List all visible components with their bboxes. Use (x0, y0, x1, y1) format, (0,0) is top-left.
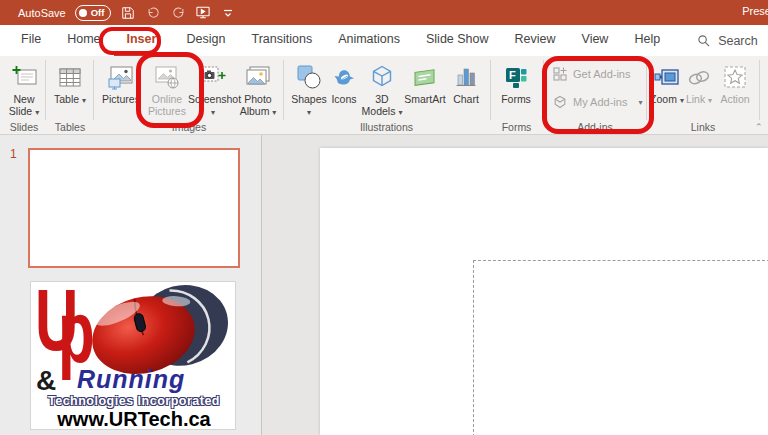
ribbon-group-label-forms: Forms (491, 121, 542, 133)
get-addins-icon (552, 66, 568, 82)
action-button[interactable]: Action (714, 58, 756, 120)
action-icon (722, 60, 748, 90)
document-title: Prese (742, 5, 768, 17)
icons-label: Icons (331, 93, 356, 105)
tab-view[interactable]: View (569, 25, 622, 56)
forms-label: Forms (501, 93, 531, 105)
get-addins-label: Get Add-ins (573, 68, 630, 80)
group-divider (490, 60, 491, 120)
photo-album-label: Photo Album (240, 93, 272, 117)
forms-icon: F (504, 60, 528, 90)
chart-label: Chart (453, 93, 479, 105)
svg-text:F: F (509, 69, 516, 81)
tab-insert[interactable]: Insert (114, 25, 174, 56)
tab-file[interactable]: File (8, 25, 54, 56)
my-addins-button[interactable]: My Add-ins ▾ (552, 92, 644, 112)
photo-album-button[interactable]: Photo Album ▾ (234, 58, 282, 120)
autosave-toggle[interactable]: Off (75, 5, 112, 21)
my-addins-label: My Add-ins (573, 96, 627, 108)
pictures-label: Pictures (102, 93, 140, 105)
tab-animations[interactable]: Animations (325, 25, 413, 56)
tab-design[interactable]: Design (174, 25, 239, 56)
ribbon-group-label-addins: Add-ins (545, 121, 645, 133)
tab-slide-show[interactable]: Slide Show (413, 25, 502, 56)
online-pictures-label: Online Pictures (148, 93, 186, 117)
screenshot-icon (199, 60, 227, 90)
group-divider (759, 60, 760, 120)
redo-icon[interactable] (170, 5, 186, 21)
screenshot-button[interactable]: Screenshot ▾ (188, 58, 238, 120)
ribbon-group-label-illustrations: Illustrations (284, 121, 489, 133)
link-label: Link (686, 93, 705, 105)
customize-toolbar-icon[interactable] (220, 5, 236, 21)
forms-button[interactable]: F Forms (496, 58, 536, 120)
shapes-label: Shapes (291, 93, 327, 105)
shapes-button[interactable]: Shapes ▾ (288, 58, 330, 120)
search-icon (695, 33, 711, 49)
table-label: Table (54, 93, 79, 105)
table-icon (57, 60, 83, 90)
content-placeholder[interactable]: Cli (473, 260, 768, 435)
logo-tagline: Technologies Incorporated (31, 394, 236, 408)
zoom-button[interactable]: Zoom ▾ (648, 58, 686, 120)
group-divider (45, 60, 46, 120)
icons-button[interactable]: Icons (326, 58, 362, 120)
smartart-icon (411, 60, 439, 90)
ribbon-group-label-slides: Slides (3, 121, 45, 133)
autosave-label: AutoSave (18, 7, 66, 19)
dropdown-arrow-icon: ▾ (35, 108, 39, 117)
dropdown-arrow-icon: ▾ (638, 98, 642, 107)
pictures-button[interactable]: Pictures (99, 58, 143, 120)
undo-icon[interactable] (145, 5, 161, 21)
tab-transitions[interactable]: Transitions (238, 25, 325, 56)
group-divider (646, 60, 647, 120)
get-addins-button[interactable]: Get Add-ins (552, 64, 644, 84)
group-divider (93, 60, 94, 120)
slide-thumbnail-panel: 1 (0, 135, 262, 435)
ribbon: New Slide ▾ Table ▾ (0, 56, 768, 135)
save-icon[interactable] (120, 5, 136, 21)
table-button[interactable]: Table ▾ (50, 58, 90, 120)
slide-number: 1 (10, 147, 17, 161)
3d-models-icon (369, 60, 395, 90)
new-slide-icon (11, 60, 38, 90)
slide-canvas[interactable]: Cli (320, 148, 768, 435)
autosave-state: Off (91, 7, 105, 18)
3d-models-label: 3D Models (362, 93, 396, 117)
logo-website: www.URTech.ca (31, 408, 236, 430)
3d-models-button[interactable]: 3D Models ▾ (360, 58, 404, 120)
dropdown-arrow-icon: ▾ (211, 108, 215, 117)
powerpoint-window: AutoSave Off (0, 0, 768, 435)
ribbon-group-label-images: Images (96, 121, 282, 133)
chart-button[interactable]: Chart (448, 58, 484, 120)
start-slideshow-icon[interactable] (195, 5, 211, 21)
icons-icon (331, 60, 357, 90)
search-input[interactable]: Search (695, 25, 758, 56)
dropdown-arrow-icon: ▾ (82, 96, 86, 105)
action-label: Action (720, 93, 749, 105)
dropdown-arrow-icon: ▾ (307, 108, 311, 117)
link-button[interactable]: Link ▾ (682, 58, 716, 120)
new-slide-label: New Slide (9, 93, 35, 117)
dropdown-arrow-icon: ▾ (272, 108, 276, 117)
tab-home[interactable]: Home (54, 25, 113, 56)
title-bar: AutoSave Off (0, 0, 768, 25)
urtech-logo: U p & Running Technologies Incorporated … (30, 281, 236, 430)
smartart-button[interactable]: SmartArt (402, 58, 448, 120)
ribbon-group-label-tables: Tables (48, 121, 92, 133)
new-slide-button[interactable]: New Slide ▾ (3, 58, 45, 120)
logo-running-text: Running (77, 365, 185, 394)
online-pictures-button[interactable]: Online Pictures (142, 58, 192, 120)
shapes-icon (296, 60, 322, 90)
tab-help[interactable]: Help (621, 25, 673, 56)
zoom-label: Zoom (650, 93, 677, 105)
smartart-label: SmartArt (404, 93, 445, 105)
logo-ampersand: & (36, 365, 56, 397)
collapse-ribbon-icon[interactable]: ⌃ (755, 122, 763, 132)
tab-review[interactable]: Review (502, 25, 569, 56)
group-divider (283, 60, 284, 120)
pictures-icon (107, 60, 135, 90)
toggle-knob-icon (79, 9, 87, 17)
link-icon (686, 60, 712, 90)
slide-thumbnail[interactable] (28, 148, 240, 268)
